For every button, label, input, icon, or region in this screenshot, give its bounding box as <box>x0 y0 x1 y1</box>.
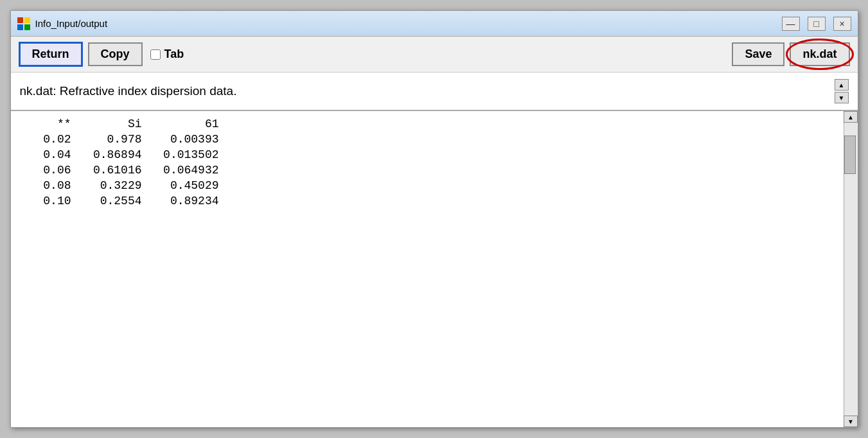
scroll-thumb[interactable] <box>844 136 856 174</box>
table-row: 0.10 0.2554 0.89234 <box>20 195 835 207</box>
title-bar-controls: — □ × <box>782 17 851 31</box>
main-window: Info_Input/output — □ × Return Copy Tab … <box>10 10 858 428</box>
tab-checkbox[interactable] <box>150 49 161 60</box>
scrollbar-up-arrow[interactable]: ▲ <box>844 111 858 123</box>
table-row: 0.04 0.86894 0.013502 <box>20 148 835 161</box>
row5-col3: 0.89234 <box>142 195 219 207</box>
svg-rect-2 <box>17 24 23 30</box>
row1-col3: 0.00393 <box>142 133 219 146</box>
maximize-button[interactable]: □ <box>808 17 826 31</box>
title-bar: Info_Input/output — □ × <box>11 11 858 37</box>
title-bar-left: Info_Input/output <box>17 17 108 30</box>
row5-col1: 0.10 <box>20 195 71 207</box>
app-icon <box>17 17 30 30</box>
row2-col1: 0.04 <box>20 148 71 161</box>
window-title: Info_Input/output <box>35 18 108 29</box>
table-header-row: ** Si 61 <box>20 118 835 130</box>
nkdat-button[interactable]: nk.dat <box>790 42 849 66</box>
vertical-scrollbar[interactable]: ▲ ▼ <box>844 111 858 427</box>
scroll-up-button[interactable]: ▲ <box>835 79 849 91</box>
row4-col3: 0.45029 <box>142 179 219 192</box>
close-button[interactable]: × <box>833 17 851 31</box>
header-col3: 61 <box>142 118 219 130</box>
content-area: ** Si 61 0.02 0.978 0.00393 0.04 0.86894… <box>11 111 858 427</box>
toolbar: Return Copy Tab Save nk.dat <box>11 37 858 73</box>
row3-col3: 0.064932 <box>142 164 219 177</box>
tab-label: Tab <box>164 48 184 61</box>
scroll-down-button[interactable]: ▼ <box>835 92 849 103</box>
scrollbar-down-arrow[interactable]: ▼ <box>844 416 858 427</box>
tab-checkbox-group: Tab <box>150 48 184 61</box>
nkdat-btn-wrapper: nk.dat <box>790 42 849 66</box>
row2-col2: 0.86894 <box>71 148 142 161</box>
info-bar: nk.dat: Refractive index dispersion data… <box>11 73 858 111</box>
header-col1: ** <box>20 118 71 130</box>
row3-col2: 0.61016 <box>71 164 142 177</box>
svg-rect-0 <box>17 17 23 23</box>
info-scrollbar[interactable]: ▲ ▼ <box>835 79 849 103</box>
row4-col2: 0.3229 <box>71 179 142 192</box>
row5-col2: 0.2554 <box>71 195 142 207</box>
data-content[interactable]: ** Si 61 0.02 0.978 0.00393 0.04 0.86894… <box>11 111 844 427</box>
save-button[interactable]: Save <box>732 42 784 66</box>
info-text: nk.dat: Refractive index dispersion data… <box>20 84 237 98</box>
return-button[interactable]: Return <box>19 42 83 67</box>
row1-col1: 0.02 <box>20 133 71 146</box>
minimize-button[interactable]: — <box>782 17 800 31</box>
row3-col1: 0.06 <box>20 164 71 177</box>
svg-rect-1 <box>24 17 30 23</box>
header-col2: Si <box>71 118 142 130</box>
svg-rect-3 <box>24 24 30 30</box>
scroll-track[interactable] <box>844 123 858 416</box>
row4-col1: 0.08 <box>20 179 71 192</box>
table-row: 0.02 0.978 0.00393 <box>20 133 835 146</box>
table-row: 0.06 0.61016 0.064932 <box>20 164 835 177</box>
table-row: 0.08 0.3229 0.45029 <box>20 179 835 192</box>
copy-button[interactable]: Copy <box>88 42 143 66</box>
row1-col2: 0.978 <box>71 133 142 146</box>
row2-col3: 0.013502 <box>142 148 219 161</box>
